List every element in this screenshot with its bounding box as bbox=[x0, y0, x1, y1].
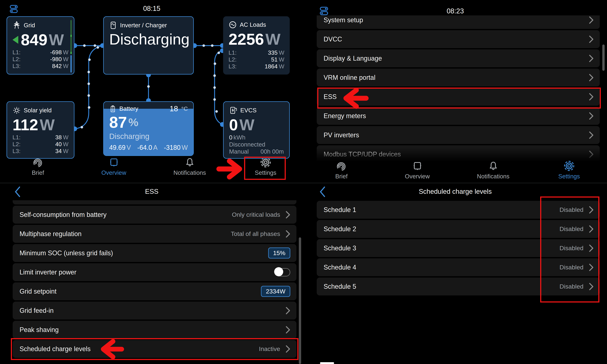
solar-unit: W bbox=[40, 116, 55, 134]
grid-phase-list: L1:-698W L2:-980W L3:842W bbox=[7, 49, 74, 74]
phase-bar-segment bbox=[70, 37, 72, 52]
solar-phase-list: L1:38W L2:40W L3:34W bbox=[7, 134, 74, 159]
annotation-box-disabled-column bbox=[540, 196, 599, 302]
ess-row-self-consumption[interactable]: Self-consumption from battery Only criti… bbox=[13, 206, 297, 224]
ac-loads-phase-list: L1:335W L2:51W L3:1864W bbox=[223, 49, 290, 75]
ess-row-grid-feed-in[interactable]: Grid feed-in bbox=[13, 302, 297, 320]
tab-overview[interactable]: Overview bbox=[379, 160, 455, 180]
chevron-right-icon bbox=[589, 54, 594, 62]
chevron-right-icon bbox=[285, 230, 290, 238]
annotation-box-scheduled-charge-levels bbox=[11, 338, 298, 360]
minimum-soc-badge[interactable]: 15% bbox=[268, 247, 290, 259]
overview-icon bbox=[108, 157, 120, 168]
ac-sine-icon bbox=[229, 21, 237, 29]
settings-row-pv-inverters[interactable]: PV inverters bbox=[317, 126, 600, 144]
chevron-right-icon bbox=[589, 35, 594, 43]
settings-row-system-setup[interactable]: System setup bbox=[317, 15, 600, 29]
tile-title: Battery bbox=[119, 105, 138, 112]
chevron-right-icon bbox=[589, 131, 594, 139]
tile-title: EVCS bbox=[240, 107, 256, 114]
ess-list-scrollbar[interactable] bbox=[299, 237, 301, 364]
tile-inverter-charger[interactable]: Inverter / Charger Discharging bbox=[103, 16, 194, 75]
annotation-box-settings bbox=[244, 157, 286, 180]
clock-right: 08:23 bbox=[303, 7, 607, 15]
evcs-details: 0kWh Disconnected Manual00h 00m bbox=[224, 134, 289, 159]
settings-row-energy-meters[interactable]: Energy meters bbox=[317, 107, 600, 125]
ev-charger-icon bbox=[229, 106, 237, 115]
evcs-unit: W bbox=[239, 116, 255, 134]
partially-scrolled-row bbox=[13, 200, 297, 204]
ess-row-multiphase-regulation[interactable]: Multiphase regulation Total of all phase… bbox=[13, 225, 297, 243]
overview-icon bbox=[412, 160, 423, 171]
tab-settings[interactable]: Settings bbox=[531, 160, 607, 180]
right-screen: 08:23 System setup DVCC Display & Langua… bbox=[303, 0, 607, 364]
tab-brief[interactable]: Brief bbox=[0, 157, 76, 176]
tab-brief[interactable]: Brief bbox=[303, 160, 379, 180]
tile-title: Grid bbox=[24, 22, 35, 29]
battery-temperature-unit: °C bbox=[181, 105, 188, 112]
grid-power-value: 849 bbox=[21, 31, 47, 49]
settings-row-display-language[interactable]: Display & Language bbox=[317, 49, 600, 67]
ess-row-peak-shaving[interactable]: Peak shaving bbox=[13, 321, 297, 339]
battery-soc: 87 bbox=[109, 113, 127, 131]
grid-setpoint-badge[interactable]: 2334W bbox=[261, 286, 290, 297]
sun-icon bbox=[13, 106, 21, 115]
pylon-icon bbox=[13, 21, 21, 29]
tile-evcs[interactable]: EVCS 0 W 0kWh Disconnected Manual00h 00m bbox=[223, 101, 290, 159]
clock-left: 08:15 bbox=[0, 5, 303, 13]
battery-readings: 49.69V -64.0A -3180W bbox=[104, 144, 193, 156]
chevron-right-icon bbox=[589, 150, 594, 158]
bell-icon bbox=[184, 157, 195, 168]
settings-row-dvcc[interactable]: DVCC bbox=[317, 30, 600, 48]
chevron-right-icon bbox=[285, 211, 290, 219]
chevron-right-icon bbox=[285, 326, 290, 334]
inverter-icon bbox=[109, 21, 117, 29]
tile-solar-yield[interactable]: Solar yield 112 W L1:38W L2:40W L3:34W bbox=[7, 101, 74, 159]
annotation-arrow-settings bbox=[216, 158, 244, 180]
chevron-right-icon bbox=[589, 112, 594, 120]
grid-power-unit: W bbox=[49, 31, 64, 49]
battery-icon bbox=[109, 104, 116, 113]
chevron-right-icon bbox=[589, 16, 594, 24]
right-tab-bar: Brief Overview bbox=[303, 160, 607, 180]
bell-icon bbox=[488, 160, 499, 171]
chevron-right-icon bbox=[285, 307, 290, 315]
tile-title: Inverter / Charger bbox=[120, 22, 167, 29]
chevron-right-icon bbox=[589, 74, 594, 82]
phase-bar-segment bbox=[70, 35, 72, 37]
phase-bar-segment bbox=[70, 20, 72, 35]
ac-loads-unit: W bbox=[266, 30, 281, 48]
settings-row-modbus[interactable]: Modbus TCP/UDP devices bbox=[317, 145, 600, 161]
inverter-status: Discharging bbox=[104, 29, 193, 48]
solar-value: 112 bbox=[13, 116, 38, 134]
ac-loads-value: 2256 bbox=[229, 30, 264, 48]
left-screen: 08:15 bbox=[0, 0, 303, 364]
tile-grid[interactable]: Grid 849 W L1:-698W L2:-980W L3:842W bbox=[7, 16, 74, 75]
phase-bar-segment bbox=[70, 55, 72, 73]
brief-icon bbox=[336, 160, 347, 171]
tile-title: Solar yield bbox=[24, 107, 52, 114]
home-indicator bbox=[320, 362, 334, 364]
limit-inverter-power-toggle[interactable] bbox=[275, 268, 290, 276]
evcs-value: 0 bbox=[229, 116, 238, 134]
ess-row-minimum-soc[interactable]: Minimum SOC (unless grid fails) 15% bbox=[13, 244, 297, 262]
annotation-arrow-ess bbox=[341, 87, 369, 109]
battery-temperature: 18 bbox=[170, 104, 178, 113]
tab-overview[interactable]: Overview bbox=[76, 157, 152, 176]
annotation-arrow-scheduled-charge-levels bbox=[100, 339, 124, 360]
battery-status: Discharging bbox=[104, 131, 193, 141]
tile-battery[interactable]: Battery 18 °C 87 % Discharging 49.69V -6… bbox=[103, 101, 194, 156]
tile-title: AC Loads bbox=[240, 21, 266, 28]
phase-bar-segment bbox=[70, 52, 72, 54]
tile-ac-loads[interactable]: AC Loads 2256 W L1:335W L2:51W L3:1864W bbox=[223, 16, 290, 75]
green-flow-arrow-icon bbox=[13, 36, 18, 44]
settings-row-vrm-online-portal[interactable]: VRM online portal bbox=[317, 69, 600, 87]
battery-soc-unit: % bbox=[128, 116, 138, 129]
ess-row-grid-setpoint[interactable]: Grid setpoint 2334W bbox=[13, 282, 297, 300]
page-title-ess: ESS bbox=[0, 188, 303, 195]
ess-row-limit-inverter-power[interactable]: Limit inverter power bbox=[13, 263, 297, 281]
gear-icon bbox=[564, 160, 575, 171]
tab-notifications[interactable]: Notifications bbox=[455, 160, 531, 180]
settings-list-scrollbar[interactable] bbox=[602, 44, 605, 71]
page-title-schedule: Scheduled charge levels bbox=[303, 188, 607, 195]
